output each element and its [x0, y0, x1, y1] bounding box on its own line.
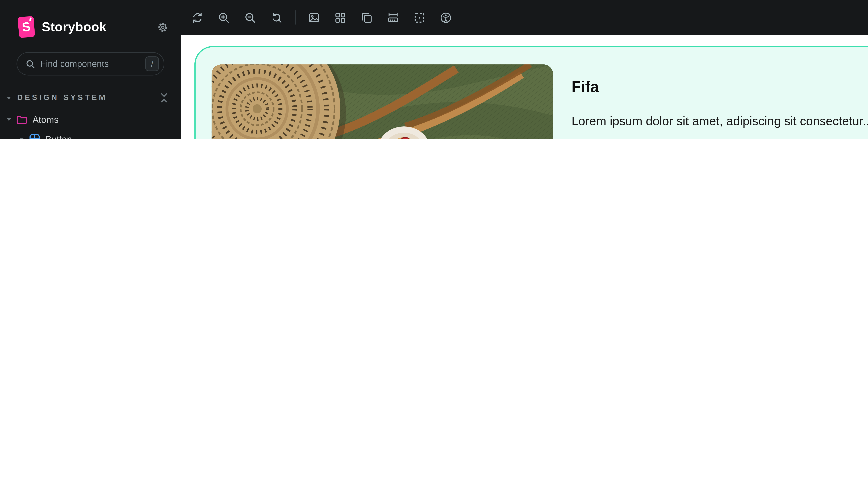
- brand-row: S Storybook: [0, 0, 181, 37]
- outline-icon[interactable]: [409, 7, 430, 28]
- viewport-icon[interactable]: [356, 7, 377, 28]
- search-shortcut-key: /: [145, 56, 159, 71]
- main-area: Fifa Lorem ipsum dolor sit amet, adipisc…: [181, 0, 868, 139]
- zoom-in-icon[interactable]: [213, 7, 234, 28]
- gear-icon[interactable]: [157, 21, 169, 33]
- section-label: DESIGN SYSTEM: [17, 93, 159, 102]
- banner-component: Fifa Lorem ipsum dolor sit amet, adipisc…: [195, 46, 868, 139]
- banner-description: Lorem ipsum dolor sit amet, adipiscing s…: [571, 112, 868, 129]
- logo-letter: S: [21, 19, 32, 35]
- zoom-out-icon[interactable]: [240, 7, 261, 28]
- backgrounds-icon[interactable]: [304, 7, 325, 28]
- caret-down-icon: [19, 136, 25, 139]
- collapse-all-icon[interactable]: [159, 92, 169, 103]
- measure-icon[interactable]: [383, 7, 404, 28]
- zoom-reset-icon[interactable]: [266, 7, 287, 28]
- caret-down-icon: [6, 95, 11, 100]
- caret-down-icon: [6, 117, 11, 122]
- sidebar-item-button[interactable]: Button: [0, 129, 181, 139]
- banner-hero-image: [212, 65, 553, 139]
- search-input[interactable]: Find components /: [17, 52, 164, 75]
- search-icon: [26, 59, 35, 68]
- accessibility-icon[interactable]: [435, 7, 456, 28]
- storybook-app: S Storybook Find components / DESIGN SYS…: [0, 0, 868, 139]
- brand-title: Storybook: [42, 20, 157, 34]
- sidebar-section-design-system[interactable]: DESIGN SYSTEM: [6, 91, 169, 104]
- remount-icon[interactable]: [187, 7, 208, 28]
- sidebar: S Storybook Find components / DESIGN SYS…: [0, 0, 181, 139]
- preview-canvas: Fifa Lorem ipsum dolor sit amet, adipisc…: [181, 35, 868, 139]
- search-placeholder: Find components: [41, 59, 140, 69]
- canvas-toolbar: [181, 0, 868, 35]
- folder-icon: [17, 115, 27, 124]
- toolbar-divider: [295, 10, 296, 24]
- banner-title: Fifa: [571, 78, 599, 96]
- component-grid-icon: [29, 133, 40, 139]
- component-tree: Atoms Button Default Card Default V: [0, 110, 181, 139]
- storybook-logo-icon: S: [18, 16, 35, 38]
- sidebar-item-atoms[interactable]: Atoms: [0, 110, 181, 129]
- grid-icon[interactable]: [330, 7, 351, 28]
